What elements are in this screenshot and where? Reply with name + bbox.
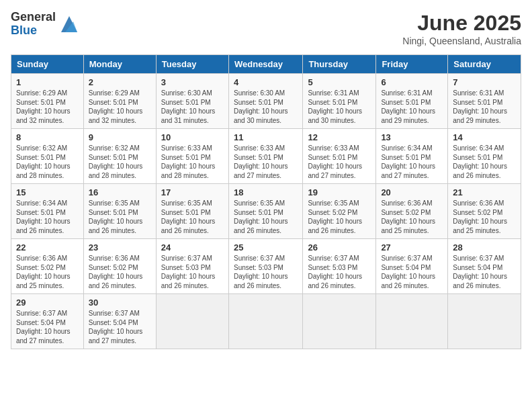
calendar-cell: 13 Sunrise: 6:34 AMSunset: 5:01 PMDaylig…: [376, 129, 448, 184]
month-year-title: June 2025: [402, 11, 521, 36]
calendar-cell: 8 Sunrise: 6:32 AMSunset: 5:01 PMDayligh…: [11, 129, 84, 184]
calendar-cell: 11 Sunrise: 6:33 AMSunset: 5:01 PMDaylig…: [228, 129, 302, 184]
page-header: General Blue June 2025 Ningi, Queensland…: [11, 11, 521, 46]
calendar-cell: 25 Sunrise: 6:37 AMSunset: 5:03 PMDaylig…: [228, 239, 302, 294]
logo: General Blue: [11, 11, 80, 38]
location-subtitle: Ningi, Queensland, Australia: [402, 36, 521, 46]
day-number: 24: [161, 242, 224, 253]
day-number: 2: [89, 77, 151, 87]
calendar-cell: 7 Sunrise: 6:31 AMSunset: 5:01 PMDayligh…: [448, 74, 521, 129]
day-info: Sunrise: 6:37 AMSunset: 5:03 PMDaylight:…: [308, 255, 362, 289]
day-number: 29: [16, 298, 79, 308]
day-info: Sunrise: 6:36 AMSunset: 5:02 PMDaylight:…: [453, 199, 507, 234]
calendar-cell: [303, 294, 376, 349]
calendar-header-row: Sunday Monday Tuesday Wednesday Thursday…: [11, 55, 521, 74]
day-info: Sunrise: 6:37 AMSunset: 5:04 PMDaylight:…: [16, 310, 71, 345]
day-info: Sunrise: 6:29 AMSunset: 5:01 PMDaylight:…: [89, 89, 143, 124]
calendar-cell: 15 Sunrise: 6:34 AMSunset: 5:01 PMDaylig…: [11, 184, 84, 239]
calendar-cell: 3 Sunrise: 6:30 AMSunset: 5:01 PMDayligh…: [156, 74, 228, 129]
col-saturday: Saturday: [448, 55, 521, 74]
day-info: Sunrise: 6:37 AMSunset: 5:03 PMDaylight:…: [234, 255, 288, 289]
day-info: Sunrise: 6:37 AMSunset: 5:04 PMDaylight:…: [89, 310, 143, 345]
day-number: 7: [453, 77, 516, 87]
day-number: 13: [381, 132, 443, 142]
day-info: Sunrise: 6:37 AMSunset: 5:03 PMDaylight:…: [161, 255, 216, 289]
calendar-cell: 9 Sunrise: 6:32 AMSunset: 5:01 PMDayligh…: [83, 129, 156, 184]
calendar-cell: [156, 294, 228, 349]
day-number: 16: [89, 187, 151, 197]
calendar-cell: 12 Sunrise: 6:33 AMSunset: 5:01 PMDaylig…: [303, 129, 376, 184]
day-number: 21: [453, 187, 516, 197]
calendar-cell: 1 Sunrise: 6:29 AMSunset: 5:01 PMDayligh…: [11, 74, 84, 129]
calendar-cell: 14 Sunrise: 6:34 AMSunset: 5:01 PMDaylig…: [448, 129, 521, 184]
day-number: 9: [89, 132, 151, 142]
title-section: June 2025 Ningi, Queensland, Australia: [402, 11, 521, 46]
calendar-cell: [376, 294, 448, 349]
logo-general-text: General: [11, 11, 56, 24]
calendar-table: Sunday Monday Tuesday Wednesday Thursday…: [11, 54, 521, 349]
day-info: Sunrise: 6:37 AMSunset: 5:04 PMDaylight:…: [453, 255, 507, 289]
calendar-cell: 20 Sunrise: 6:36 AMSunset: 5:02 PMDaylig…: [376, 184, 448, 239]
day-number: 23: [89, 242, 151, 253]
calendar-week-row: 22 Sunrise: 6:36 AMSunset: 5:02 PMDaylig…: [11, 239, 521, 294]
day-info: Sunrise: 6:29 AMSunset: 5:01 PMDaylight:…: [16, 89, 71, 124]
calendar-cell: 2 Sunrise: 6:29 AMSunset: 5:01 PMDayligh…: [83, 74, 156, 129]
logo-icon: [58, 13, 80, 35]
day-info: Sunrise: 6:30 AMSunset: 5:01 PMDaylight:…: [161, 89, 216, 124]
day-number: 30: [89, 298, 151, 308]
day-info: Sunrise: 6:31 AMSunset: 5:01 PMDaylight:…: [381, 89, 435, 124]
calendar-cell: 24 Sunrise: 6:37 AMSunset: 5:03 PMDaylig…: [156, 239, 228, 294]
col-friday: Friday: [376, 55, 448, 74]
day-number: 1: [16, 77, 79, 87]
day-number: 26: [308, 242, 371, 253]
calendar-cell: 23 Sunrise: 6:36 AMSunset: 5:02 PMDaylig…: [83, 239, 156, 294]
day-info: Sunrise: 6:33 AMSunset: 5:01 PMDaylight:…: [234, 144, 288, 179]
day-info: Sunrise: 6:31 AMSunset: 5:01 PMDaylight:…: [453, 89, 507, 124]
calendar-week-row: 1 Sunrise: 6:29 AMSunset: 5:01 PMDayligh…: [11, 74, 521, 129]
col-sunday: Sunday: [11, 55, 84, 74]
calendar-cell: 26 Sunrise: 6:37 AMSunset: 5:03 PMDaylig…: [303, 239, 376, 294]
calendar-cell: [448, 294, 521, 349]
day-info: Sunrise: 6:36 AMSunset: 5:02 PMDaylight:…: [89, 255, 143, 289]
day-number: 3: [161, 77, 224, 87]
day-number: 12: [308, 132, 371, 142]
calendar-cell: 22 Sunrise: 6:36 AMSunset: 5:02 PMDaylig…: [11, 239, 84, 294]
day-number: 14: [453, 132, 516, 142]
day-number: 20: [381, 187, 443, 197]
day-number: 22: [16, 242, 79, 253]
day-info: Sunrise: 6:33 AMSunset: 5:01 PMDaylight:…: [161, 144, 216, 179]
calendar-week-row: 29 Sunrise: 6:37 AMSunset: 5:04 PMDaylig…: [11, 294, 521, 349]
day-number: 28: [453, 242, 516, 253]
col-tuesday: Tuesday: [156, 55, 228, 74]
day-number: 18: [234, 187, 298, 197]
day-info: Sunrise: 6:35 AMSunset: 5:01 PMDaylight:…: [234, 199, 288, 234]
calendar-cell: 6 Sunrise: 6:31 AMSunset: 5:01 PMDayligh…: [376, 74, 448, 129]
calendar-cell: 30 Sunrise: 6:37 AMSunset: 5:04 PMDaylig…: [83, 294, 156, 349]
logo-blue-text: Blue: [11, 24, 56, 38]
day-info: Sunrise: 6:32 AMSunset: 5:01 PMDaylight:…: [89, 144, 143, 179]
day-number: 25: [234, 242, 298, 253]
day-info: Sunrise: 6:35 AMSunset: 5:01 PMDaylight:…: [89, 199, 143, 234]
calendar-cell: 21 Sunrise: 6:36 AMSunset: 5:02 PMDaylig…: [448, 184, 521, 239]
day-info: Sunrise: 6:30 AMSunset: 5:01 PMDaylight:…: [234, 89, 288, 124]
day-info: Sunrise: 6:35 AMSunset: 5:02 PMDaylight:…: [308, 199, 362, 234]
day-number: 4: [234, 77, 298, 87]
day-info: Sunrise: 6:36 AMSunset: 5:02 PMDaylight:…: [381, 199, 435, 234]
day-number: 27: [381, 242, 443, 253]
calendar-cell: [228, 294, 302, 349]
day-info: Sunrise: 6:37 AMSunset: 5:04 PMDaylight:…: [381, 255, 435, 289]
day-info: Sunrise: 6:34 AMSunset: 5:01 PMDaylight:…: [453, 144, 507, 179]
day-info: Sunrise: 6:36 AMSunset: 5:02 PMDaylight:…: [16, 255, 71, 289]
day-number: 5: [308, 77, 371, 87]
calendar-cell: 16 Sunrise: 6:35 AMSunset: 5:01 PMDaylig…: [83, 184, 156, 239]
day-info: Sunrise: 6:34 AMSunset: 5:01 PMDaylight:…: [381, 144, 435, 179]
day-number: 8: [16, 132, 79, 142]
day-number: 17: [161, 187, 224, 197]
calendar-cell: 4 Sunrise: 6:30 AMSunset: 5:01 PMDayligh…: [228, 74, 302, 129]
day-number: 19: [308, 187, 371, 197]
calendar-cell: 17 Sunrise: 6:35 AMSunset: 5:01 PMDaylig…: [156, 184, 228, 239]
calendar-week-row: 8 Sunrise: 6:32 AMSunset: 5:01 PMDayligh…: [11, 129, 521, 184]
col-wednesday: Wednesday: [228, 55, 302, 74]
day-info: Sunrise: 6:32 AMSunset: 5:01 PMDaylight:…: [16, 144, 71, 179]
day-info: Sunrise: 6:34 AMSunset: 5:01 PMDaylight:…: [16, 199, 71, 234]
